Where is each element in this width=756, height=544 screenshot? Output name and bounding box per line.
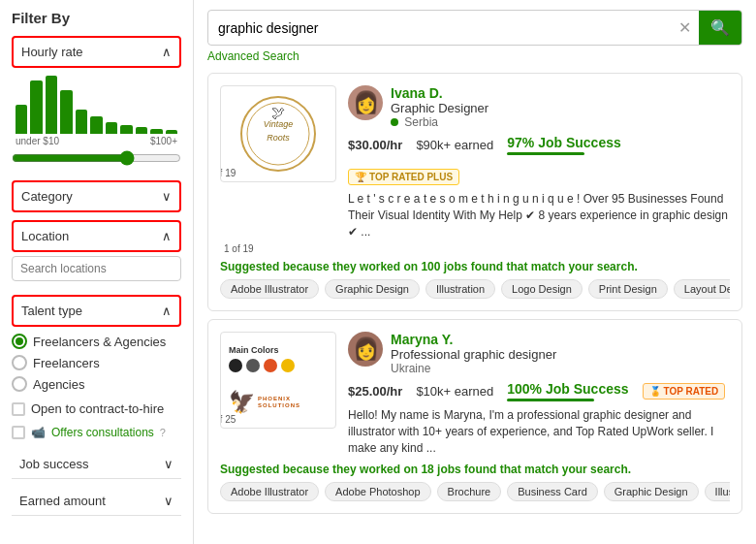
- color-dot-red: [264, 359, 277, 372]
- chart-bars: [12, 76, 181, 134]
- tag-1-3[interactable]: Business Card: [507, 482, 598, 501]
- phoenix-brand: 🦅 PHOENIXSOLUTIONS: [229, 390, 300, 415]
- hourly-rate-label: Hourly rate: [21, 45, 83, 59]
- offers-consultations-option[interactable]: 📹 Offers consultations ?: [12, 423, 181, 442]
- category-label: Category: [21, 189, 73, 204]
- tag-1-0[interactable]: Adobe Illustrator: [220, 482, 319, 501]
- rate-1: $25.00/hr: [348, 384, 402, 399]
- tag-1-5[interactable]: Illustration: [705, 482, 730, 501]
- chart-label-min: under $10: [16, 136, 59, 146]
- job-success-label: Job success: [19, 457, 89, 471]
- category-header[interactable]: Category ∨: [12, 180, 181, 212]
- top-rated-plus-badge-0: 🏆 TOP RATED PLUS: [348, 169, 459, 185]
- search-input[interactable]: [208, 14, 671, 43]
- hourly-rate-filter: Hourly rate ∧ under: [12, 36, 181, 173]
- search-button[interactable]: 🔍: [699, 11, 741, 45]
- earned-amount-filter: Earned amount ∨: [12, 487, 181, 516]
- talent-type-options: Freelancers & Agencies Freelancers Agenc…: [12, 331, 181, 442]
- radio-freelancers: [12, 355, 27, 370]
- earned-0: $90k+ earned: [416, 138, 493, 152]
- vintage-logo-svg: Vintage Roots 🕊: [235, 90, 322, 177]
- job-success-header[interactable]: Job success ∨: [12, 450, 181, 479]
- freelancer-title-0: Graphic Designer: [391, 101, 730, 115]
- bar-10: [150, 129, 162, 134]
- freelancer-name-1[interactable]: Maryna Y.: [391, 332, 730, 347]
- tag-0-2[interactable]: Illustration: [425, 279, 495, 299]
- search-bar: ✕ 🔍: [207, 10, 742, 46]
- talent-type-header[interactable]: Talent type ∧: [12, 295, 181, 327]
- card-logo-0: Vintage Roots 🕊 1 of 19: [220, 85, 336, 182]
- radio-agencies: [12, 376, 27, 392]
- freelancer-name-0[interactable]: Ivana D.: [391, 85, 730, 101]
- grid-lines: [229, 378, 231, 386]
- bar-8: [120, 125, 132, 134]
- freelancer-country-1: Ukraine: [391, 362, 730, 375]
- talent-option-freelancers[interactable]: Freelancers: [12, 352, 181, 373]
- hourly-rate-header[interactable]: Hourly rate ∧: [12, 36, 181, 68]
- hourly-rate-slider[interactable]: [12, 150, 181, 166]
- location-search-input[interactable]: [12, 256, 181, 281]
- tags-0: Adobe Illustrator Graphic Design Illustr…: [220, 279, 730, 299]
- talent-option-label-1: Freelancers: [33, 356, 100, 370]
- color-dot-yellow: [281, 359, 295, 372]
- rate-0: $30.00/hr: [348, 138, 402, 152]
- avatar-1: 👩: [348, 332, 383, 367]
- talent-option-agencies[interactable]: Agencies: [12, 373, 181, 395]
- svg-text:Roots: Roots: [267, 133, 290, 143]
- card-content-0: 👩 Ivana D. Graphic Designer Serbia $30.0…: [348, 85, 730, 240]
- bar-4: [60, 90, 72, 134]
- card-counter-label-0: 1 of 19: [224, 243, 730, 254]
- job-success-bar-0: [507, 152, 584, 155]
- card-inner-0: Vintage Roots 🕊 1 of 19 👩 Ivana D. Graph…: [220, 85, 730, 240]
- color-dot-black: [229, 359, 242, 372]
- radio-freelancers-agencies: [12, 334, 27, 349]
- phoenix-bird-icon: 🦅: [229, 390, 255, 415]
- talent-type-chevron: ∧: [162, 304, 172, 318]
- description-1: Hello! My name is Maryna, I'm a professi…: [348, 407, 730, 456]
- bar-7: [106, 122, 117, 134]
- card-inner-1: Main Colors: [220, 332, 730, 456]
- talent-option-freelancers-agencies[interactable]: Freelancers & Agencies: [12, 331, 181, 352]
- freelancer-info-1: Maryna Y. Professional graphic designer …: [391, 332, 730, 375]
- offers-consultations-checkbox[interactable]: [12, 426, 25, 439]
- tags-1: Adobe Illustrator Adobe Photoshop Brochu…: [220, 482, 730, 501]
- tag-0-4[interactable]: Print Design: [588, 279, 668, 299]
- phoenix-logo: Main Colors: [225, 341, 331, 419]
- contract-to-hire-checkbox[interactable]: [12, 402, 25, 416]
- freelancer-card-0: Vintage Roots 🕊 1 of 19 👩 Ivana D. Graph…: [207, 73, 742, 311]
- tag-0-5[interactable]: Layout Design: [674, 279, 730, 299]
- card-header-0: 👩 Ivana D. Graphic Designer Serbia: [348, 85, 730, 129]
- contract-to-hire-label: Open to contract-to-hire: [31, 401, 164, 416]
- color-dot-gray: [246, 359, 260, 372]
- earned-amount-header[interactable]: Earned amount ∨: [12, 487, 181, 516]
- tag-0-0[interactable]: Adobe Illustrator: [220, 279, 319, 299]
- advanced-search-link[interactable]: Advanced Search: [207, 49, 742, 63]
- tag-1-1[interactable]: Adobe Photoshop: [325, 482, 430, 501]
- country-name-0: Serbia: [404, 115, 438, 129]
- tag-0-1[interactable]: Graphic Design: [325, 279, 420, 299]
- description-0: L e t ' s c r e a t e s o m e t h i n g …: [348, 191, 730, 240]
- talent-option-label-2: Agencies: [33, 377, 84, 392]
- online-dot-0: [391, 118, 398, 126]
- job-success-filter: Job success ∨: [12, 450, 181, 479]
- main-colors-label: Main Colors: [229, 345, 279, 355]
- avatar-0: 👩: [348, 85, 383, 120]
- job-success-bar-1: [507, 399, 594, 401]
- job-success-0: 97% Job Success: [507, 135, 621, 155]
- question-icon: ?: [160, 427, 166, 438]
- card-counter-0: 1 of 19: [220, 168, 278, 178]
- bar-3: [46, 76, 57, 134]
- freelancer-title-1: Professional graphic designer: [391, 347, 730, 362]
- search-clear-icon[interactable]: ✕: [671, 18, 699, 37]
- card-header-1: 👩 Maryna Y. Professional graphic designe…: [348, 332, 730, 375]
- tag-1-4[interactable]: Graphic Design: [604, 482, 699, 501]
- bar-11: [166, 130, 177, 134]
- tag-0-3[interactable]: Logo Design: [501, 279, 583, 299]
- location-chevron: ∧: [162, 229, 172, 243]
- talent-type-label: Talent type: [21, 304, 82, 318]
- tag-1-2[interactable]: Brochure: [437, 482, 502, 501]
- location-header[interactable]: Location ∧: [12, 220, 181, 252]
- contract-to-hire-option[interactable]: Open to contract-to-hire: [12, 399, 181, 419]
- card-content-1: 👩 Maryna Y. Professional graphic designe…: [348, 332, 730, 456]
- main-content: ✕ 🔍 Advanced Search Vintage Roots 🕊 1 of…: [194, 0, 756, 544]
